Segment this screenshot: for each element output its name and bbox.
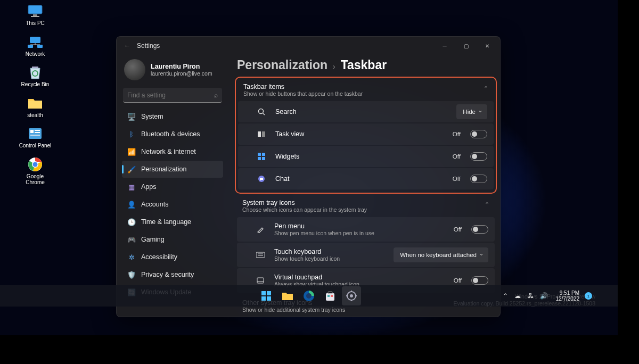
svg-rect-41	[331, 295, 333, 297]
chevron-up-icon: ⌃	[485, 201, 489, 208]
dropdown[interactable]: Hide	[456, 104, 487, 119]
taskbar-settings[interactable]	[342, 286, 361, 305]
setting-row-search: SearchHide	[238, 101, 494, 122]
nav-icon: 👤	[127, 200, 136, 209]
search-box[interactable]: ⌕	[123, 88, 222, 103]
row-title: Pen menu	[274, 222, 447, 230]
taskbar-items-highlight: ⌃ Taskbar items Show or hide buttons tha…	[235, 77, 497, 194]
nav-label: Gaming	[141, 236, 165, 243]
nav-item-personalization[interactable]: 🖌️Personalization	[122, 161, 223, 178]
svg-rect-13	[35, 132, 40, 133]
dropdown[interactable]: When no keyboard attached	[394, 247, 488, 262]
system-tray-list: Pen menuShow pen menu icon when pen is i…	[237, 217, 495, 293]
svg-rect-38	[326, 293, 334, 301]
volume-icon[interactable]: 🔊	[538, 292, 550, 300]
notification-badge[interactable]: 1	[585, 292, 592, 300]
nav-icon: ᛒ	[127, 130, 136, 138]
toggle-state: Off	[453, 176, 461, 182]
nav-item-bluetooth-devices[interactable]: ᛒBluetooth & devices	[122, 126, 223, 143]
nav-item-time-language[interactable]: 🕒Time & language	[122, 213, 223, 230]
network-tray-icon[interactable]: 🖧	[526, 292, 535, 300]
nav-icon: ▦	[127, 183, 136, 191]
desktop-icon-this-pc[interactable]: This PC	[18, 3, 52, 27]
desktop-icon-chrome[interactable]: Google Chrome	[18, 156, 52, 186]
svg-rect-25	[262, 157, 265, 160]
content-pane: Personalization › Taskbar ⌃ Taskbar item…	[228, 55, 500, 317]
start-button[interactable]	[257, 286, 276, 305]
desktop-icon-stealth[interactable]: stealth	[18, 95, 52, 119]
taskbar: ⌃ ☁ 🖧 🔊 9:51 PM 12/7/2022 1	[0, 285, 618, 307]
label: Network	[26, 51, 45, 57]
nav-icon: ✲	[127, 253, 136, 261]
taskbar-explorer[interactable]	[278, 286, 297, 305]
svg-point-43	[350, 294, 353, 297]
account-block[interactable]: Laurentiu Piron laurentiu.piron@live.com	[122, 56, 223, 86]
svg-rect-32	[261, 291, 266, 295]
tray-overflow-icon[interactable]: ⌃	[501, 292, 510, 300]
toggle-switch[interactable]	[471, 225, 488, 234]
svg-rect-8	[32, 67, 38, 68]
minimize-button[interactable]: ─	[434, 38, 455, 53]
nav-label: Privacy & security	[141, 271, 194, 278]
desktop-wallpaper: This PC Network Recycle Bin stealth Cont…	[0, 0, 618, 335]
account-name: Laurentiu Piron	[151, 63, 212, 70]
clock[interactable]: 9:51 PM 12/7/2022	[556, 290, 580, 302]
nav-label: Time & language	[141, 218, 191, 226]
section-taskbar-items-header[interactable]: ⌃ Taskbar items Show or hide buttons tha…	[238, 81, 494, 101]
section-system-tray-header[interactable]: ⌃ System tray icons Choose which icons c…	[237, 197, 495, 217]
toggle-switch[interactable]	[470, 152, 487, 161]
svg-rect-33	[267, 291, 271, 295]
svg-rect-20	[258, 131, 261, 137]
svg-line-19	[263, 113, 265, 115]
nav-item-apps[interactable]: ▦Apps	[122, 178, 223, 195]
setting-row-pen-menu: Pen menuShow pen menu icon when pen is i…	[237, 217, 495, 242]
toggle-state: Off	[454, 277, 462, 284]
nav-item-system[interactable]: 🖥️System	[122, 108, 223, 125]
close-button[interactable]: ✕	[477, 38, 498, 53]
nav-item-network-internet[interactable]: 📶Network & internet	[122, 143, 223, 160]
desktop-icon-network[interactable]: Network	[18, 34, 52, 57]
nav-icon: 🎮	[127, 235, 136, 244]
setting-row-widgets: WidgetsOff	[238, 146, 494, 167]
nav-item-accessibility[interactable]: ✲Accessibility	[122, 249, 223, 266]
window-title: Settings	[137, 42, 160, 49]
nav-item-accounts[interactable]: 👤Accounts	[122, 196, 223, 213]
clock-date: 12/7/2022	[556, 296, 580, 302]
section-title: System tray icons	[242, 199, 489, 206]
monitor-icon	[26, 3, 44, 19]
taskbar-edge[interactable]	[299, 286, 318, 305]
breadcrumb: Personalization › Taskbar	[237, 55, 495, 79]
search-icon: ⌕	[214, 92, 218, 99]
toggle-switch[interactable]	[471, 276, 488, 285]
svg-point-17	[33, 162, 38, 167]
nav-icon: 🖌️	[127, 165, 136, 173]
svg-rect-12	[35, 130, 40, 131]
svg-point-18	[259, 109, 264, 114]
nav-label: Personalization	[141, 166, 186, 173]
clock-time: 9:51 PM	[556, 290, 580, 296]
nav-item-gaming[interactable]: 🎮Gaming	[122, 231, 223, 248]
onedrive-icon[interactable]: ☁	[513, 292, 522, 300]
toggle-switch[interactable]	[470, 130, 487, 138]
toggle-switch[interactable]	[470, 175, 487, 183]
label: Google Chrome	[26, 173, 45, 186]
chat-icon	[254, 175, 269, 183]
maximize-button[interactable]: ▢	[455, 38, 477, 53]
nav-label: Bluetooth & devices	[141, 130, 200, 138]
nav-item-privacy-security[interactable]: 🛡️Privacy & security	[122, 266, 223, 283]
bin-icon	[26, 64, 44, 80]
back-button[interactable]: ←	[124, 42, 137, 49]
search-input[interactable]	[127, 92, 214, 99]
nav-icon: 🖥️	[127, 112, 136, 121]
taskbar-store[interactable]	[321, 286, 340, 305]
taskbar-center	[257, 286, 361, 305]
keyboard-icon	[253, 252, 268, 258]
desktop-icon-recycle-bin[interactable]: Recycle Bin	[18, 64, 52, 88]
desktop-icon-control-panel[interactable]: Control Panel	[18, 126, 52, 149]
svg-point-37	[306, 293, 312, 299]
breadcrumb-current: Taskbar	[341, 58, 387, 72]
label: stealth	[27, 112, 43, 119]
breadcrumb-parent[interactable]: Personalization	[237, 58, 327, 72]
setting-row-touch-keyboard: Touch keyboardShow touch keyboard iconWh…	[237, 243, 495, 267]
section-sub: Show or hide additional system tray icon…	[242, 307, 489, 313]
